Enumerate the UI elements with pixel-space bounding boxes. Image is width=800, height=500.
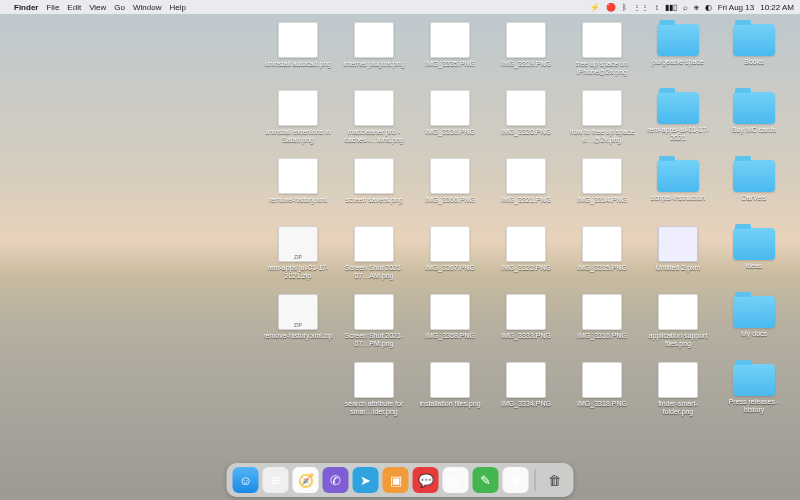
desktop-item[interactable]: DarVels [718,156,790,222]
desktop-item[interactable]: IMG_3333.PNG [490,292,562,358]
dock-finder[interactable]: ☺ [233,467,259,493]
menubar-right: ⚡ 🔴 ᛒ ⋮⋮ ↕ ▮▮▯ ⌕ ⎈ ◐ Fri Aug 13 10:22 AM [590,3,794,12]
desktop-item[interactable]: Screen Shot 2021-07…PM.png [338,292,410,358]
desktop-item-label: Press releases - history [719,398,789,413]
desktop-item[interactable]: Press releases - history [718,360,790,426]
image-thumbnail-icon [582,158,622,194]
image-thumbnail-icon [430,22,470,58]
desktop-item[interactable]: IMG_3367.PNG [414,224,486,290]
desktop-item[interactable]: Untitled 2.pxm [642,224,714,290]
desktop-item[interactable]: IMG_3316.PNG [566,292,638,358]
desktop-item[interactable]: scripts-instruction [642,156,714,222]
desktop-item[interactable]: installation files.png [414,360,486,426]
desktop-item[interactable]: IMG_3366.PNG [414,156,486,222]
image-thumbnail-icon [430,90,470,126]
image-thumbnail-icon [354,362,394,398]
desktop-item[interactable]: uninstall extenions in Safari.png [262,88,334,154]
desktop-item-label: IMG_3314.PNG [577,196,627,204]
status-red-icon[interactable]: 🔴 [606,3,616,12]
dock-photos[interactable]: ✿ [443,467,469,493]
menubar-time[interactable]: 10:22 AM [760,3,794,12]
menu-edit[interactable]: Edit [67,3,81,12]
menu-help[interactable]: Help [169,3,185,12]
dock-chrome[interactable]: ◉ [503,467,529,493]
desktop-item[interactable]: Buy MC cards [718,88,790,154]
desktop-icon-grid: uninstall autocad.pnginternet plugins.pn… [262,20,790,426]
desktop-item[interactable]: internet plugins.png [338,20,410,86]
image-thumbnail-icon [582,90,622,126]
desktop-item[interactable]: finder-smart-folder.png [642,360,714,426]
desktop-item[interactable]: IMG_3320.PNG [490,88,562,154]
desktop-item[interactable]: IMG_3321.PNG [490,156,562,222]
menu-view[interactable]: View [89,3,106,12]
folder-icon [657,92,699,124]
desktop-item[interactable]: search attribute for smar…lder.png [338,360,410,426]
dock-safari[interactable]: 🧭 [293,467,319,493]
desktop-item-label: remove-history.xml [269,196,328,204]
control-center-icon[interactable]: ⎈ [694,3,699,12]
desktop-item[interactable]: free up space on iPhone@2x.png [566,20,638,86]
desktop-item-label: rem-apps jul-01-17-2021.zip [263,264,333,279]
desktop-item-label: ideas [746,262,763,270]
menu-file[interactable]: File [46,3,59,12]
desktop-item[interactable]: remove-history.xml [262,156,334,222]
bluetooth-icon[interactable]: ᛒ [622,3,627,12]
dock-evernote[interactable]: ✎ [473,467,499,493]
dock-telegram[interactable]: ➤ [353,467,379,493]
desktop-item[interactable]: purgeable space [642,20,714,86]
desktop-item-label: uninstall extenions in Safari.png [263,128,333,143]
image-thumbnail-icon [354,226,394,262]
desktop-item[interactable]: Books [718,20,790,86]
desktop-item[interactable]: ideas [718,224,790,290]
desktop-item[interactable]: IMG_3322.PNG [490,224,562,290]
dock: ☺⊞🧭✆➤▣💬✿✎◉🗑 [227,463,574,497]
dock-viber[interactable]: ✆ [323,467,349,493]
desktop-item[interactable]: IMG_3314.PNG [566,156,638,222]
image-thumbnail-icon [658,362,698,398]
desktop-item-label: screen savers.png [345,196,402,204]
desktop-item-label: IMG_3333.PNG [501,332,551,340]
desktop-item[interactable]: rem-apps-jul-01-17-2021 [642,88,714,154]
spotlight-icon[interactable]: ⌕ [683,3,688,12]
battery-icon[interactable]: ▮▮▯ [665,3,677,12]
desktop-item[interactable]: IMG_3315.PNG [566,224,638,290]
desktop[interactable]: uninstall autocad.pnginternet plugins.pn… [0,14,800,500]
desktop-item[interactable]: IMG_3336.PNG [414,88,486,154]
app-name[interactable]: Finder [14,3,38,12]
desktop-item-label: maccleaner pro - caches-i…ions.png [339,128,409,143]
desktop-item[interactable]: application support files.png [642,292,714,358]
desktop-item[interactable]: IMG_3334.PNG [490,360,562,426]
desktop-item-label: IMG_3367.PNG [425,264,475,272]
desktop-item[interactable]: My docs [718,292,790,358]
desktop-item[interactable]: how to free up space o…@2x.png [566,88,638,154]
desktop-item-label: IMG_3319.PNG [501,60,551,68]
dock-app-orange[interactable]: ▣ [383,467,409,493]
dock-separator [535,469,536,491]
desktop-item[interactable]: screen savers.png [338,156,410,222]
desktop-item[interactable]: IMG_3368.PNG [414,292,486,358]
folder-icon [733,92,775,124]
desktop-item[interactable]: Screen Shot 2021-07…AM.png [338,224,410,290]
desktop-item[interactable]: rem-apps jul-01-17-2021.zip [262,224,334,290]
desktop-item[interactable]: IMG_3318.PNG [566,360,638,426]
desktop-item[interactable]: IMG_3319.PNG [490,20,562,86]
menubar-date[interactable]: Fri Aug 13 [718,3,754,12]
dock-launchpad[interactable]: ⊞ [263,467,289,493]
menu-go[interactable]: Go [114,3,125,12]
dock-app-red[interactable]: 💬 [413,467,439,493]
folder-icon [733,24,775,56]
desktop-item[interactable]: remove-history.xml.zip [262,292,334,358]
wifi-icon[interactable]: ⋮⋮ [633,3,649,12]
desktop-item-label: DarVels [742,194,767,202]
image-thumbnail-icon [354,22,394,58]
desktop-item[interactable]: IMG_3335.PNG [414,20,486,86]
desktop-item[interactable]: maccleaner pro - caches-i…ions.png [338,88,410,154]
bolt-icon[interactable]: ⚡ [590,3,600,12]
desktop-item-label: IMG_3318.PNG [577,400,627,408]
desktop-item-label: internet plugins.png [343,60,404,68]
desktop-item[interactable]: uninstall autocad.png [262,20,334,86]
toggle-icon[interactable]: ◐ [705,3,712,12]
updown-icon[interactable]: ↕ [655,3,659,12]
dock-trash[interactable]: 🗑 [542,467,568,493]
menu-window[interactable]: Window [133,3,161,12]
